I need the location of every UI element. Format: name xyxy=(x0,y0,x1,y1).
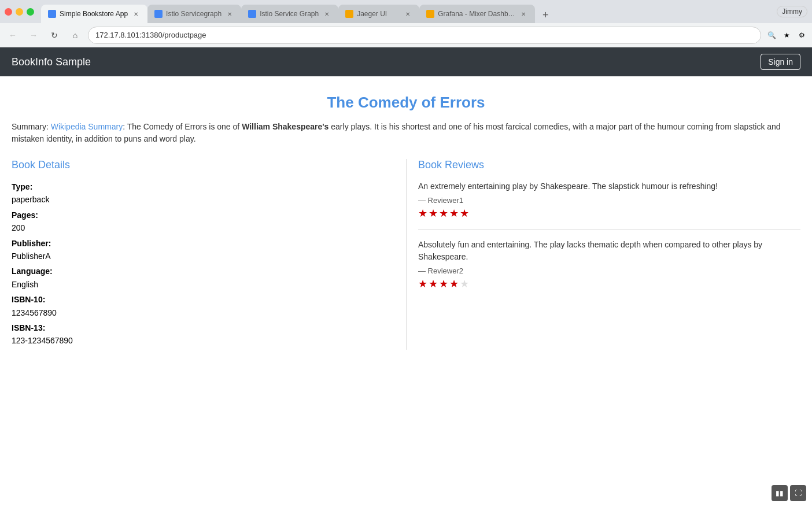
new-tab-button[interactable]: + xyxy=(537,7,553,23)
browser-icons: 🔍 ★ ⚙ xyxy=(766,29,807,41)
reviewer-name-2: — Reviewer2 xyxy=(418,267,800,275)
detail-publisher: Publisher: PublisherA xyxy=(12,237,394,263)
reviewer-name-1: — Reviewer1 xyxy=(418,196,800,205)
detail-pages: Pages: 200 xyxy=(12,209,394,235)
tab-label: Jaeger UI xyxy=(357,10,400,18)
tab-istio-service-graph[interactable]: Istio Service Graph ✕ xyxy=(241,5,338,23)
bookmark-icon[interactable]: ★ xyxy=(781,29,792,41)
tab-favicon xyxy=(426,10,434,18)
tab-label: Istio Servicegraph xyxy=(166,10,222,18)
home-button[interactable]: ⌂ xyxy=(67,27,83,43)
pages-label: Pages: xyxy=(12,210,38,220)
user-name: Jimmy xyxy=(782,8,802,16)
search-icon[interactable]: 🔍 xyxy=(766,29,777,41)
reviews-heading: Book Reviews xyxy=(418,159,800,171)
summary-author: William Shakespeare's xyxy=(242,122,329,131)
isbn13-label: ISBN-13: xyxy=(12,323,45,332)
book-reviews: Book Reviews An extremely entertaining p… xyxy=(406,159,800,350)
summary-text: : The Comedy of Errors is one of xyxy=(123,122,242,131)
tab-list: Simple Bookstore App ✕ Istio Servicegrap… xyxy=(41,0,777,23)
tab-jaeger-ui[interactable]: Jaeger UI ✕ xyxy=(338,5,419,23)
signin-button[interactable]: Sign in xyxy=(761,54,800,70)
extension-icon[interactable]: ⚙ xyxy=(796,29,807,41)
tab-favicon xyxy=(345,10,353,18)
review-text-2: Absolutely fun and entertaining. The pla… xyxy=(418,239,800,263)
window-controls xyxy=(5,8,34,16)
detail-type: Type: paperback xyxy=(12,180,394,206)
tab-favicon xyxy=(48,10,56,18)
address-bar: ← → ↻ ⌂ 172.17.8.101:31380/productpage 🔍… xyxy=(0,23,812,47)
summary-prefix: Summary: xyxy=(12,122,51,131)
tab-label: Simple Bookstore App xyxy=(60,10,128,18)
stars-1: ★★★★★ xyxy=(418,207,800,220)
reload-button[interactable]: ↻ xyxy=(46,27,62,43)
tab-close-button[interactable]: ✕ xyxy=(519,9,528,18)
book-title: The Comedy of Errors xyxy=(12,94,800,112)
details-heading: Book Details xyxy=(12,159,394,171)
language-label: Language: xyxy=(12,267,53,276)
book-main: Book Details Type: paperback Pages: 200 … xyxy=(12,159,800,350)
minimize-button[interactable] xyxy=(16,8,23,16)
stars-2: ★★★★★ xyxy=(418,277,800,290)
tab-close-button[interactable]: ✕ xyxy=(403,9,412,18)
tab-simple-bookstore[interactable]: Simple Bookstore App ✕ xyxy=(41,5,147,23)
publisher-value: PublisherA xyxy=(12,251,51,261)
forward-button[interactable]: → xyxy=(25,27,42,43)
tab-label: Grafana - Mixer Dashboard xyxy=(438,10,515,18)
review-card-1: An extremely entertaining play by Shakes… xyxy=(418,180,800,230)
detail-language: Language: English xyxy=(12,265,394,291)
publisher-label: Publisher: xyxy=(12,239,51,248)
detail-isbn13: ISBN-13: 123-1234567890 xyxy=(12,321,394,347)
back-button[interactable]: ← xyxy=(5,27,21,43)
tab-favicon xyxy=(154,10,163,18)
title-bar: Simple Bookstore App ✕ Istio Servicegrap… xyxy=(0,0,812,23)
tab-close-button[interactable]: ✕ xyxy=(322,9,331,18)
tab-favicon xyxy=(248,10,256,18)
detail-isbn10: ISBN-10: 1234567890 xyxy=(12,293,394,319)
isbn13-value: 123-1234567890 xyxy=(12,336,73,345)
tab-grafana[interactable]: Grafana - Mixer Dashboard ✕ xyxy=(419,5,535,23)
url-text: 172.17.8.101:31380/productpage xyxy=(95,31,206,39)
review-card-2: Absolutely fun and entertaining. The pla… xyxy=(418,239,800,299)
tab-close-button[interactable]: ✕ xyxy=(225,9,234,18)
language-value: English xyxy=(12,280,38,289)
isbn10-label: ISBN-10: xyxy=(12,295,45,304)
site-brand: BookInfo Sample xyxy=(12,56,91,68)
type-value: paperback xyxy=(12,195,49,204)
book-details: Book Details Type: paperback Pages: 200 … xyxy=(12,159,406,350)
url-input[interactable]: 172.17.8.101:31380/productpage xyxy=(88,27,761,44)
type-label: Type: xyxy=(12,182,32,191)
isbn10-value: 1234567890 xyxy=(12,308,57,317)
book-summary: Summary: Wikipedia Summary: The Comedy o… xyxy=(12,121,800,145)
tab-close-button[interactable]: ✕ xyxy=(131,9,141,18)
tab-label: Istio Service Graph xyxy=(260,10,319,18)
wikipedia-link[interactable]: Wikipedia Summary xyxy=(51,122,123,131)
maximize-button[interactable] xyxy=(27,8,34,16)
site-content: The Comedy of Errors Summary: Wikipedia … xyxy=(0,76,812,361)
browser-chrome: Simple Bookstore App ✕ Istio Servicegrap… xyxy=(0,0,812,47)
pages-value: 200 xyxy=(12,223,25,232)
close-button[interactable] xyxy=(5,8,12,16)
site-navbar: BookInfo Sample Sign in xyxy=(0,47,812,76)
user-profile-chip[interactable]: Jimmy xyxy=(777,6,807,17)
tab-istio-servicegraph[interactable]: Istio Servicegraph ✕ xyxy=(147,5,241,23)
review-text-1: An extremely entertaining play by Shakes… xyxy=(418,180,800,193)
